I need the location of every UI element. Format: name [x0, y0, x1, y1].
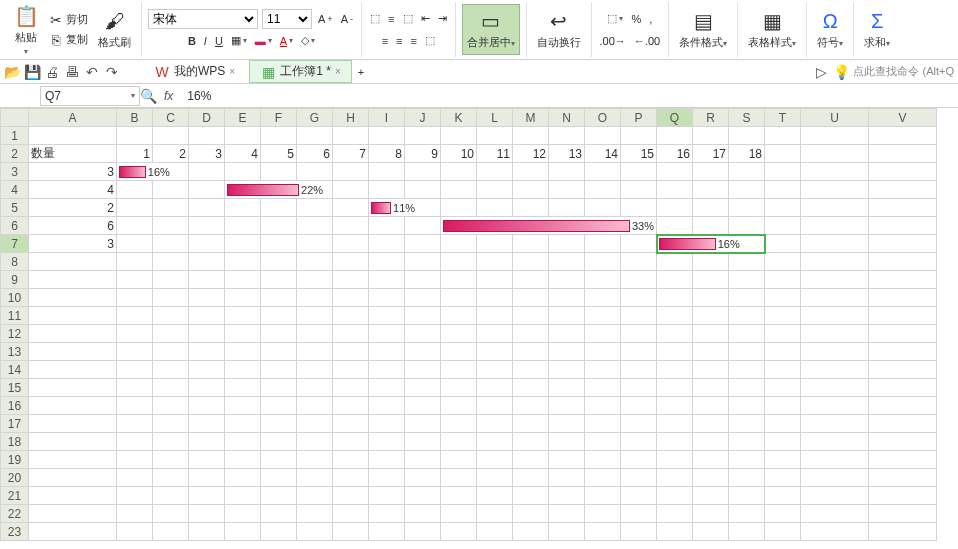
cell-G3[interactable]: [297, 163, 333, 181]
cell-I6[interactable]: [369, 217, 405, 235]
cell-D5[interactable]: [189, 199, 225, 217]
cell-F2[interactable]: 5: [261, 145, 297, 163]
cell-N8[interactable]: [549, 253, 585, 271]
cell-A6[interactable]: 6: [29, 217, 117, 235]
cell-Q17[interactable]: [657, 415, 693, 433]
cell-A15[interactable]: [29, 379, 117, 397]
cell-L21[interactable]: [477, 487, 513, 505]
cell-J18[interactable]: [405, 433, 441, 451]
cell-U16[interactable]: [801, 397, 869, 415]
cell-F20[interactable]: [261, 469, 297, 487]
cell-B11[interactable]: [117, 307, 153, 325]
cell-T22[interactable]: [765, 505, 801, 523]
row-header-1[interactable]: 1: [1, 127, 29, 145]
cell-V6[interactable]: [869, 217, 937, 235]
merge-center-button[interactable]: ▭ 合并居中▾: [462, 4, 520, 55]
cell-H18[interactable]: [333, 433, 369, 451]
cell-J7[interactable]: [405, 235, 441, 253]
cell-L12[interactable]: [477, 325, 513, 343]
col-header-H[interactable]: H: [333, 109, 369, 127]
cell-M21[interactable]: [513, 487, 549, 505]
cell-U10[interactable]: [801, 289, 869, 307]
cell-P3[interactable]: [621, 163, 657, 181]
cell-I10[interactable]: [369, 289, 405, 307]
cell-R10[interactable]: [693, 289, 729, 307]
cell-S2[interactable]: 18: [729, 145, 765, 163]
col-header-R[interactable]: R: [693, 109, 729, 127]
cell-F22[interactable]: [261, 505, 297, 523]
cell-E22[interactable]: [225, 505, 261, 523]
col-header-A[interactable]: A: [29, 109, 117, 127]
cell-P1[interactable]: [621, 127, 657, 145]
cell-E5[interactable]: [225, 199, 261, 217]
cell-R9[interactable]: [693, 271, 729, 289]
cell-E3[interactable]: [225, 163, 261, 181]
cell-U11[interactable]: [801, 307, 869, 325]
cell-M3[interactable]: [513, 163, 549, 181]
cell-G22[interactable]: [297, 505, 333, 523]
font-family-select[interactable]: 宋体: [148, 9, 258, 29]
paste-button[interactable]: 📋 粘贴▾: [10, 2, 42, 58]
cell-H16[interactable]: [333, 397, 369, 415]
cell-R2[interactable]: 17: [693, 145, 729, 163]
name-box[interactable]: Q7▾: [40, 86, 140, 106]
cell-O19[interactable]: [585, 451, 621, 469]
cell-H6[interactable]: [333, 217, 369, 235]
cell-T13[interactable]: [765, 343, 801, 361]
cell-G17[interactable]: [297, 415, 333, 433]
cut-button[interactable]: ✂剪切: [46, 11, 90, 29]
cell-V1[interactable]: [869, 127, 937, 145]
cell-Q5[interactable]: [657, 199, 693, 217]
cell-G9[interactable]: [297, 271, 333, 289]
cell-D23[interactable]: [189, 523, 225, 541]
cell-K9[interactable]: [441, 271, 477, 289]
cell-K7[interactable]: [441, 235, 477, 253]
cell-R11[interactable]: [693, 307, 729, 325]
cell-Q13[interactable]: [657, 343, 693, 361]
cell-O20[interactable]: [585, 469, 621, 487]
cell-Q20[interactable]: [657, 469, 693, 487]
cell-V15[interactable]: [869, 379, 937, 397]
cell-H23[interactable]: [333, 523, 369, 541]
cell-Q11[interactable]: [657, 307, 693, 325]
indent-increase-button[interactable]: ⇥: [436, 11, 449, 26]
data-bar-cell[interactable]: 16%: [657, 235, 765, 253]
cell-E18[interactable]: [225, 433, 261, 451]
cell-N17[interactable]: [549, 415, 585, 433]
cell-Q22[interactable]: [657, 505, 693, 523]
cell-A14[interactable]: [29, 361, 117, 379]
cell-S3[interactable]: [729, 163, 765, 181]
cell-A22[interactable]: [29, 505, 117, 523]
cell-Q23[interactable]: [657, 523, 693, 541]
cell-K2[interactable]: 10: [441, 145, 477, 163]
cell-L16[interactable]: [477, 397, 513, 415]
cell-V2[interactable]: [869, 145, 937, 163]
cell-J8[interactable]: [405, 253, 441, 271]
cell-F18[interactable]: [261, 433, 297, 451]
cell-D19[interactable]: [189, 451, 225, 469]
cell-H19[interactable]: [333, 451, 369, 469]
cell-F14[interactable]: [261, 361, 297, 379]
cell-T8[interactable]: [765, 253, 801, 271]
cell-L15[interactable]: [477, 379, 513, 397]
clear-format-button[interactable]: ◇▾: [299, 33, 317, 48]
cell-C19[interactable]: [153, 451, 189, 469]
cell-T21[interactable]: [765, 487, 801, 505]
cell-Q14[interactable]: [657, 361, 693, 379]
cell-C17[interactable]: [153, 415, 189, 433]
cell-J14[interactable]: [405, 361, 441, 379]
cell-K4[interactable]: [441, 181, 477, 199]
cell-C20[interactable]: [153, 469, 189, 487]
cell-F23[interactable]: [261, 523, 297, 541]
row-header-5[interactable]: 5: [1, 199, 29, 217]
cell-Q3[interactable]: [657, 163, 693, 181]
cell-D8[interactable]: [189, 253, 225, 271]
cell-D9[interactable]: [189, 271, 225, 289]
cell-D6[interactable]: [189, 217, 225, 235]
cell-A19[interactable]: [29, 451, 117, 469]
cell-U3[interactable]: [801, 163, 869, 181]
cell-V13[interactable]: [869, 343, 937, 361]
cell-S19[interactable]: [729, 451, 765, 469]
cell-B4[interactable]: [117, 181, 153, 199]
cell-D21[interactable]: [189, 487, 225, 505]
